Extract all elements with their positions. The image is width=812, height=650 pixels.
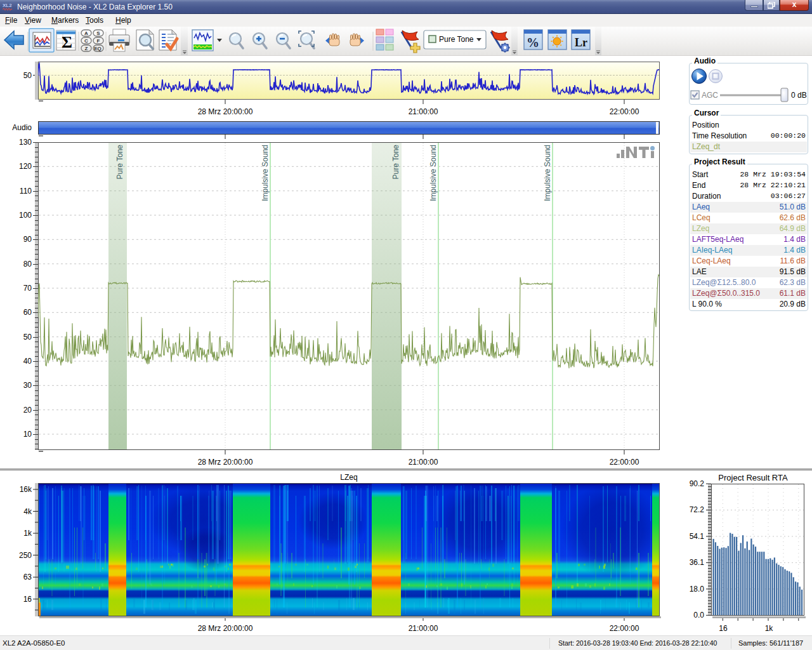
svg-text:%: % (527, 36, 539, 50)
svg-text:XL2: XL2 (3, 3, 12, 8)
svg-text:Pure Tone: Pure Tone (439, 35, 474, 44)
svg-text:Lr: Lr (575, 36, 587, 49)
